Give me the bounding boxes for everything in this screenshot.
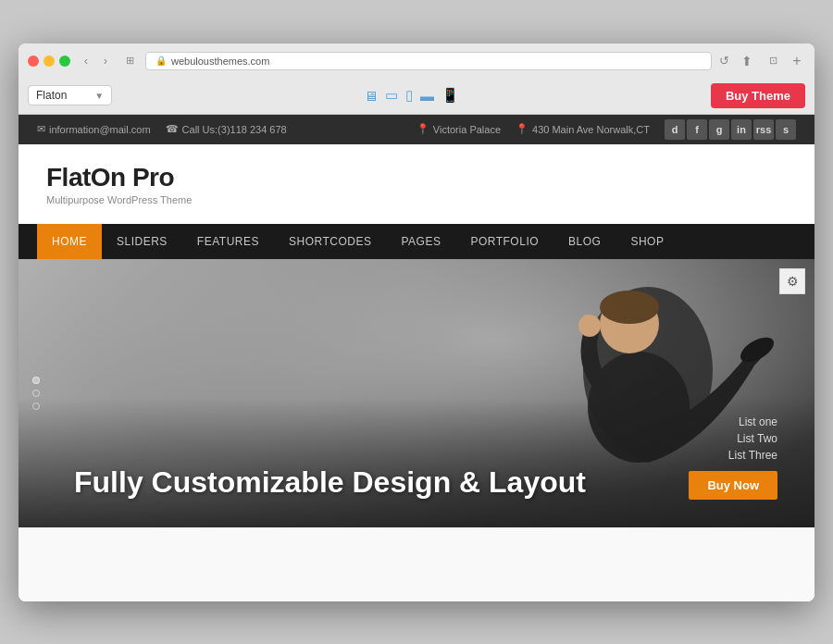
- url-text: webulousthemes.com: [171, 56, 269, 67]
- location-text: Victoria Palace: [433, 124, 501, 135]
- add-tab-button[interactable]: +: [789, 53, 805, 69]
- hero-content: Fully Customizable Design & Layout List …: [19, 415, 814, 500]
- hero-settings-button[interactable]: ⚙: [779, 268, 805, 294]
- theme-selector[interactable]: Flaton ▼: [28, 85, 112, 105]
- hero-right-panel: List one List Two List Three Buy Now: [689, 415, 777, 500]
- traffic-lights: [28, 56, 70, 67]
- svg-point-3: [600, 291, 659, 324]
- chevron-down-icon: ▼: [94, 91, 104, 101]
- browser-toolbar: Flaton ▼ 🖥 ▭ ▯ ▬ 📱 Buy Theme: [28, 79, 805, 114]
- hero-section: Fully Customizable Design & Layout List …: [19, 259, 814, 527]
- site-brand: FlatOn Pro Multipurpose WordPress Theme: [46, 163, 192, 205]
- address-icon: 📍: [516, 123, 528, 135]
- location-item: 📍 Victoria Palace: [416, 123, 501, 135]
- hero-list-item-2: List Two: [737, 432, 777, 445]
- hero-dot-3[interactable]: [32, 402, 40, 410]
- top-bar-left: ✉ information@mail.com ☎ Call Us:(3)118 …: [37, 123, 287, 135]
- nav-item-blog[interactable]: BLOG: [553, 224, 615, 259]
- address-bar[interactable]: 🔒 webulousthemes.com: [145, 52, 712, 70]
- browser-titlebar: ‹ › ⊞ 🔒 webulousthemes.com ↺ ⬆ ⊡ +: [28, 51, 805, 71]
- lock-icon: 🔒: [155, 56, 167, 66]
- facebook-icon[interactable]: f: [687, 119, 707, 140]
- social-icons: d f g in rss s: [665, 119, 796, 140]
- google-plus-icon[interactable]: g: [709, 119, 729, 140]
- email-text: information@mail.com: [49, 124, 151, 135]
- email-icon: ✉: [37, 123, 45, 135]
- address-item: 📍 430 Main Ave Norwalk,CT: [516, 123, 650, 135]
- hero-dot-1[interactable]: [32, 377, 40, 384]
- email-item: ✉ information@mail.com: [37, 123, 151, 135]
- site-title: FlatOn Pro: [46, 163, 192, 192]
- top-bar-right: 📍 Victoria Palace 📍 430 Main Ave Norwalk…: [416, 119, 796, 140]
- gear-icon: ⚙: [787, 274, 799, 289]
- hero-dots: [32, 377, 40, 410]
- nav-buttons: ‹ ›: [78, 53, 114, 69]
- hero-title: Fully Customizable Design & Layout: [74, 465, 689, 500]
- phone-item: ☎ Call Us:(3)118 234 678: [166, 123, 287, 135]
- browser-window: ‹ › ⊞ 🔒 webulousthemes.com ↺ ⬆ ⊡ + Flato…: [19, 43, 814, 601]
- back-button[interactable]: ‹: [78, 53, 94, 69]
- phone-text: Call Us:(3)118 234 678: [182, 124, 287, 135]
- hero-list-item-3: List Three: [728, 449, 777, 462]
- minimize-button[interactable]: [44, 56, 55, 67]
- nav-item-portfolio[interactable]: PORTFOLIO: [455, 224, 553, 259]
- new-tab-button[interactable]: ⊡: [765, 53, 781, 69]
- theme-selector-label: Flaton: [36, 89, 67, 102]
- svg-rect-6: [583, 315, 591, 331]
- close-button[interactable]: [28, 56, 39, 67]
- forward-button[interactable]: ›: [97, 53, 114, 69]
- nav-item-shortcodes[interactable]: SHORTCODES: [274, 224, 386, 259]
- digg-icon[interactable]: d: [665, 119, 685, 140]
- nav-item-pages[interactable]: PAGES: [386, 224, 455, 259]
- rss-icon[interactable]: rss: [753, 119, 774, 140]
- nav-item-sliders[interactable]: SLIDERS: [102, 224, 182, 259]
- nav-item-shop[interactable]: SHOP: [615, 224, 678, 259]
- hero-buy-now-button[interactable]: Buy Now: [689, 471, 777, 500]
- refresh-button[interactable]: ↺: [719, 54, 729, 68]
- site-tagline: Multipurpose WordPress Theme: [46, 194, 192, 205]
- site-header: FlatOn Pro Multipurpose WordPress Theme: [19, 144, 814, 224]
- hero-dot-2[interactable]: [32, 390, 40, 397]
- phone-icon: ☎: [166, 123, 179, 135]
- top-bar: ✉ information@mail.com ☎ Call Us:(3)118 …: [19, 115, 814, 144]
- hero-list-item-1: List one: [739, 415, 777, 428]
- tablet-landscape-icon[interactable]: ▭: [385, 87, 398, 104]
- location-icon: 📍: [416, 123, 429, 135]
- mobile-landscape-icon[interactable]: ▬: [420, 88, 434, 104]
- address-text: 430 Main Ave Norwalk,CT: [532, 124, 650, 135]
- device-icons: 🖥 ▭ ▯ ▬ 📱: [364, 87, 459, 104]
- share-button[interactable]: ⬆: [737, 51, 757, 71]
- nav-item-home[interactable]: HOME: [37, 224, 102, 259]
- buy-theme-button[interactable]: Buy Theme: [711, 83, 805, 108]
- skype-icon[interactable]: s: [776, 119, 796, 140]
- nav-item-features[interactable]: FEATURES: [182, 224, 274, 259]
- desktop-icon[interactable]: 🖥: [364, 88, 378, 104]
- mobile-icon[interactable]: 📱: [441, 87, 459, 104]
- below-fold-section: [19, 527, 814, 601]
- instagram-icon[interactable]: in: [731, 119, 752, 140]
- tablet-portrait-icon[interactable]: ▯: [405, 87, 413, 104]
- main-navigation: HOME SLIDERS FEATURES SHORTCODES PAGES P…: [19, 224, 814, 259]
- maximize-button[interactable]: [59, 56, 70, 67]
- website-content: ✉ information@mail.com ☎ Call Us:(3)118 …: [19, 115, 814, 601]
- browser-chrome: ‹ › ⊞ 🔒 webulousthemes.com ↺ ⬆ ⊡ + Flato…: [19, 43, 814, 115]
- window-view-button[interactable]: ⊞: [121, 53, 138, 69]
